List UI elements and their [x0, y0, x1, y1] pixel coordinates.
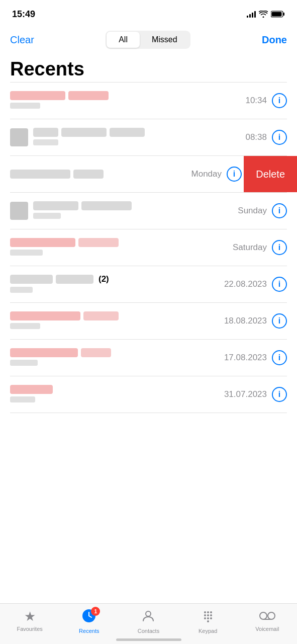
info-button[interactable]: i	[272, 277, 287, 292]
info-button[interactable]: i	[227, 167, 242, 182]
segment-missed[interactable]: Missed	[140, 32, 189, 48]
call-name-row	[33, 201, 238, 210]
call-item-inner	[10, 238, 233, 258]
info-button[interactable]: i	[272, 203, 287, 218]
nav-voicemail-label: Voicemail	[255, 626, 279, 632]
call-item[interactable]: 10:34 i	[0, 83, 297, 119]
call-avatar	[10, 128, 28, 146]
call-info	[10, 170, 191, 179]
segment-control: All Missed	[106, 31, 190, 49]
call-name-block	[10, 275, 53, 284]
call-name-block	[61, 128, 107, 137]
call-name-block	[10, 170, 70, 179]
call-meta: 18.08.2023 i	[224, 313, 287, 329]
call-item-inner	[10, 170, 191, 179]
nav-contacts[interactable]: Contacts	[128, 609, 168, 634]
call-time: 18.08.2023	[224, 316, 267, 326]
call-item[interactable]: 08:38 i	[0, 119, 297, 155]
info-button[interactable]: i	[272, 387, 287, 402]
done-button[interactable]: Done	[262, 34, 287, 46]
call-item-inner	[10, 201, 238, 221]
svg-point-14	[207, 617, 209, 619]
call-name-block	[33, 128, 58, 137]
call-time: 10:34	[245, 96, 267, 106]
call-meta: Saturday i	[233, 240, 287, 255]
call-item[interactable]: 18.08.2023 i	[0, 303, 297, 339]
svg-point-17	[260, 612, 267, 619]
info-button[interactable]: i	[272, 93, 287, 108]
call-name-block	[10, 348, 78, 357]
voicemail-icon	[259, 609, 275, 624]
delete-button[interactable]: Delete	[244, 156, 297, 192]
bottom-nav: ★ Favourites 1 Recents Contacts	[0, 603, 297, 644]
svg-point-6	[146, 611, 151, 616]
call-name-row	[10, 348, 224, 357]
call-name-block	[81, 201, 132, 210]
call-name-row	[10, 311, 224, 320]
segment-all[interactable]: All	[107, 32, 140, 48]
wifi-icon	[259, 11, 268, 18]
nav-voicemail[interactable]: Voicemail	[247, 609, 287, 632]
call-name-row	[33, 128, 245, 137]
svg-rect-2	[272, 12, 282, 17]
call-item[interactable]: Sunday i	[0, 193, 297, 229]
svg-point-7	[204, 611, 206, 613]
call-meta: 17.08.2023 i	[224, 350, 287, 365]
call-meta: 08:38 i	[245, 130, 287, 145]
call-item-inner: (2)	[10, 274, 224, 295]
call-name-block	[83, 311, 119, 320]
star-icon: ★	[24, 609, 36, 624]
call-meta: Monday i	[191, 167, 242, 182]
call-name-block	[110, 128, 145, 137]
call-name-block	[33, 201, 78, 210]
call-sub-block	[10, 396, 35, 403]
call-sub-block	[10, 103, 40, 109]
nav-recents[interactable]: 1 Recents	[69, 609, 109, 634]
nav-favourites[interactable]: ★ Favourites	[10, 609, 50, 632]
call-info: (2)	[10, 274, 224, 295]
nav-keypad-label: Keypad	[199, 628, 217, 634]
svg-point-15	[210, 617, 212, 619]
info-button[interactable]: i	[272, 350, 287, 365]
call-time: Sunday	[238, 206, 267, 216]
call-item[interactable]: 17.08.2023 i	[0, 340, 297, 376]
call-time: 17.08.2023	[224, 353, 267, 363]
svg-point-10	[204, 614, 206, 616]
call-name-row	[10, 91, 245, 100]
svg-point-12	[210, 614, 212, 616]
info-button[interactable]: i	[272, 313, 287, 329]
call-info	[10, 91, 245, 111]
clear-button[interactable]: Clear	[10, 34, 34, 46]
contacts-icon	[141, 609, 155, 626]
call-name-row: (2)	[10, 274, 224, 284]
svg-point-8	[207, 611, 209, 613]
status-icons	[247, 11, 285, 18]
call-item[interactable]: 31.07.2023 i	[0, 376, 297, 413]
call-sub-block	[10, 360, 38, 366]
info-button[interactable]: i	[272, 130, 287, 145]
svg-rect-1	[283, 13, 285, 16]
call-item[interactable]: Monday i Delete	[0, 156, 297, 192]
call-info	[10, 348, 224, 368]
recents-icon: 1	[82, 609, 96, 626]
badge: 1	[91, 607, 100, 616]
call-item[interactable]: Saturday i	[0, 229, 297, 266]
call-info	[10, 238, 233, 258]
call-meta: 10:34 i	[245, 93, 287, 108]
call-name-block	[73, 170, 104, 179]
signal-icon	[247, 11, 256, 18]
call-item-inner	[10, 91, 245, 111]
call-meta: Sunday i	[238, 203, 287, 218]
svg-point-16	[207, 620, 209, 622]
nav-contacts-label: Contacts	[138, 628, 159, 634]
call-name-block	[10, 385, 53, 394]
svg-point-13	[204, 617, 206, 619]
call-sub-block	[33, 139, 58, 145]
call-name-block	[81, 348, 111, 357]
info-button[interactable]: i	[272, 240, 287, 255]
call-sub-block	[10, 323, 40, 329]
nav-keypad[interactable]: Keypad	[188, 609, 228, 634]
call-item[interactable]: (2) 22.08.2023 i	[0, 266, 297, 302]
nav-bar: Clear All Missed Done	[0, 25, 297, 54]
call-info	[33, 128, 245, 147]
